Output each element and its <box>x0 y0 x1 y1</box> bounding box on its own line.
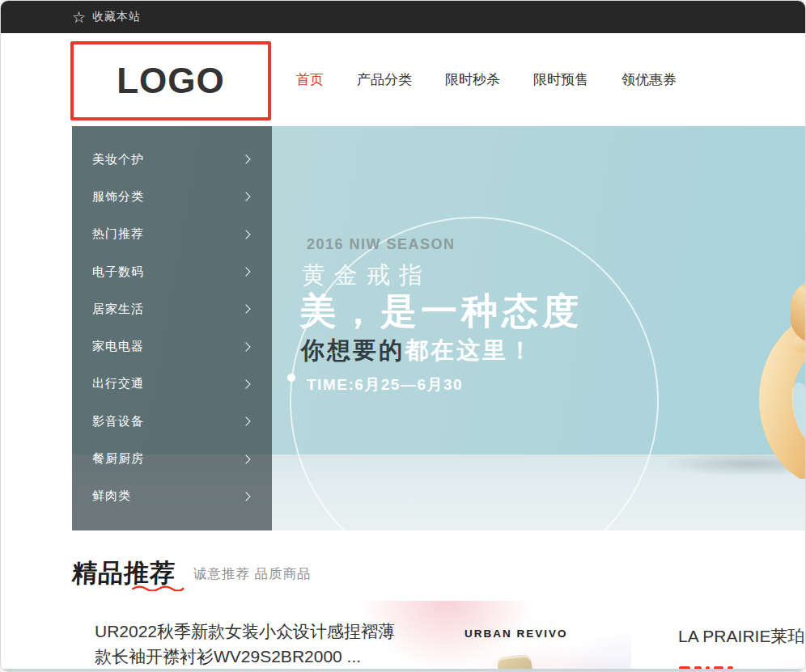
banner-season-label: 2016 NIW SEASON <box>307 236 456 253</box>
chevron-right-icon <box>241 192 250 201</box>
banner-slogan: 你想要的都在这里！ <box>301 335 534 367</box>
product-title: LA PRAIRIE莱珀 <box>678 625 804 648</box>
recommend-section-header: 精品推荐 诚意推荐 品质商品 <box>72 560 312 585</box>
chevron-right-icon <box>241 454 250 463</box>
sidebar-item-label: 电子数码 <box>92 264 144 280</box>
banner-time-label: TIME:6月25—6月30 <box>307 374 463 395</box>
sidebar-item-digital[interactable]: 电子数码 <box>72 253 272 290</box>
topbar: ☆ 收藏本站 <box>1 1 806 33</box>
nav-item-home[interactable]: 首页 <box>296 70 324 89</box>
chevron-right-icon <box>241 267 250 276</box>
section-title-text: 精品推荐 <box>71 559 176 587</box>
gold-ring-image <box>745 277 806 479</box>
chevron-right-icon <box>241 417 250 426</box>
sidebar-item-audio-video[interactable]: 影音设备 <box>72 403 272 440</box>
sidebar-item-label: 居家生活 <box>92 302 144 317</box>
sidebar-item-transport[interactable]: 出行交通 <box>72 366 272 403</box>
sidebar-item-label: 餐厨厨房 <box>92 451 144 467</box>
favorite-site-link[interactable]: 收藏本站 <box>92 10 141 24</box>
chevron-right-icon <box>241 492 250 501</box>
product-card[interactable]: UR2022秋季新款女装小众设计感捏褶薄款长袖开襟衬衫WV29S2BR2000 … <box>72 601 631 672</box>
sidebar-item-label: 影音设备 <box>92 414 144 429</box>
sidebar-item-home-life[interactable]: 居家生活 <box>72 290 272 328</box>
chevron-right-icon <box>241 230 250 239</box>
sidebar-item-beauty[interactable]: 美妆个护 <box>72 141 272 178</box>
sidebar-item-label: 鲜肉类 <box>92 488 131 504</box>
banner-headline: 美，是一种态度 <box>299 287 583 336</box>
nav-item-flash-sale[interactable]: 限时秒杀 <box>445 70 500 89</box>
sidebar-item-apparel[interactable]: 服饰分类 <box>72 178 272 215</box>
red-wave-underline <box>131 584 185 591</box>
chevron-right-icon <box>241 305 250 314</box>
nav-item-coupons[interactable]: 领优惠券 <box>621 70 677 89</box>
star-icon: ☆ <box>72 10 86 25</box>
page: ☆ 收藏本站 LOGO 首页 产品分类 限时秒杀 限时预售 领优惠券 2016 … <box>0 0 806 672</box>
sidebar-item-kitchen[interactable]: 餐厨厨房 <box>72 440 272 477</box>
sidebar-item-appliances[interactable]: 家电电器 <box>72 328 272 365</box>
product-title: UR2022秋季新款女装小众设计感捏褶薄款长袖开襟衬衫WV29S2BR2000 … <box>95 619 396 669</box>
main-nav: 首页 产品分类 限时秒杀 限时预售 领优惠券 <box>296 33 677 126</box>
banner-dot-decoration <box>287 374 295 382</box>
viewport-bottom-edge <box>1 669 805 671</box>
banner-slogan-light: 都在这里！ <box>405 337 534 363</box>
sidebar-item-label: 家电电器 <box>92 339 144 354</box>
banner-slogan-dark: 你想要的 <box>301 337 405 363</box>
nav-item-presale[interactable]: 限时预售 <box>533 70 588 89</box>
chevron-right-icon <box>241 154 250 163</box>
section-subtitle: 诚意推荐 品质商品 <box>193 565 312 585</box>
section-title: 精品推荐 <box>71 560 176 585</box>
sidebar-item-label: 热门推荐 <box>92 226 144 242</box>
header: LOGO 首页 产品分类 限时秒杀 限时预售 领优惠券 <box>1 33 806 126</box>
chevron-right-icon <box>241 342 250 351</box>
nav-item-categories[interactable]: 产品分类 <box>357 70 412 89</box>
sidebar-item-label: 出行交通 <box>92 376 144 391</box>
product-brand: URBAN REVIVO <box>465 628 568 640</box>
product-card[interactable]: LA PRAIRIE莱珀 <box>648 601 806 672</box>
chevron-right-icon <box>241 379 250 388</box>
logo[interactable]: LOGO <box>70 41 271 120</box>
sidebar-item-label: 美妆个护 <box>92 152 144 167</box>
sidebar-item-fresh-meat[interactable]: 鲜肉类 <box>72 478 272 515</box>
sidebar-item-label: 服饰分类 <box>92 189 144 205</box>
logo-text: LOGO <box>117 61 225 101</box>
sidebar-item-hot[interactable]: 热门推荐 <box>72 216 272 253</box>
category-sidebar: 美妆个护 服饰分类 热门推荐 电子数码 居家生活 家电电器 出行交通 影音设备 <box>72 126 272 530</box>
